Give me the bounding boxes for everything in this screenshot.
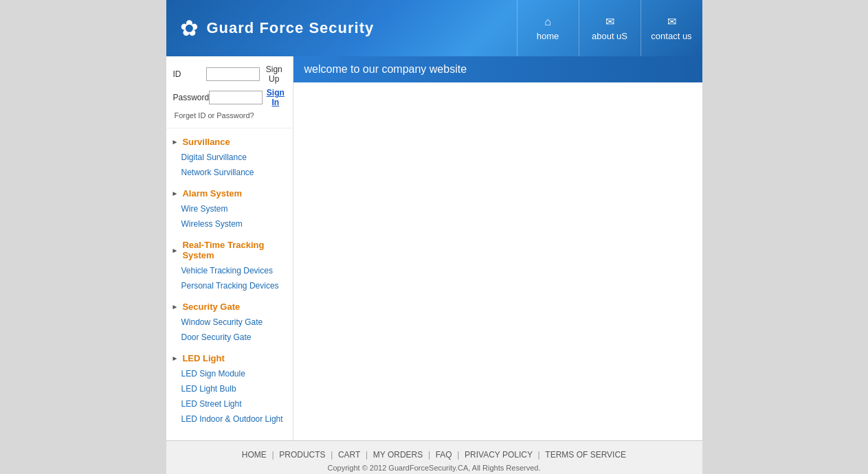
- category-tracking-label: Real-Time Tracking System: [182, 240, 287, 260]
- nav-home-label: home: [537, 31, 559, 41]
- category-survillance-header[interactable]: ► Survillance: [166, 134, 293, 150]
- chevron-right-icon-3: ►: [172, 247, 179, 254]
- sidebar-item-personal-tracking[interactable]: Personal Tracking Devices: [166, 278, 293, 293]
- category-led-light-label: LED Light: [182, 353, 224, 363]
- nav-contact-label: contact us: [651, 31, 691, 41]
- sidebar-item-network-survillance[interactable]: Network Survillance: [166, 165, 293, 180]
- sidebar-item-led-indoor-outdoor[interactable]: LED Indoor & Outdoor Light: [166, 411, 293, 427]
- password-input[interactable]: [209, 91, 263, 104]
- footer-link-my-orders[interactable]: MY ORDERS: [373, 450, 423, 460]
- footer-link-cart[interactable]: CART: [338, 450, 360, 460]
- sidebar-item-led-sign-module[interactable]: LED Sign Module: [166, 366, 293, 381]
- content-title: welcome to our company website: [304, 63, 467, 75]
- footer-sep-4: |: [428, 450, 430, 460]
- sidebar: ID Sign Up Password Sign In Forget ID or…: [166, 56, 293, 440]
- category-security-gate: ► Security Gate Window Security Gate Doo…: [166, 299, 293, 345]
- content-body: [293, 82, 702, 398]
- forget-link[interactable]: Forget ID or Password?: [173, 111, 286, 120]
- category-security-gate-label: Security Gate: [182, 302, 240, 312]
- footer-link-faq[interactable]: FAQ: [436, 450, 452, 460]
- category-alarm-header[interactable]: ► Alarm System: [166, 185, 293, 201]
- footer-sep-2: |: [331, 450, 333, 460]
- site-title: Guard Force Security: [207, 19, 375, 37]
- login-form: ID Sign Up Password Sign In Forget ID or…: [166, 56, 293, 128]
- category-survillance-label: Survillance: [182, 137, 230, 147]
- password-label: Password: [173, 93, 210, 102]
- sidebar-item-vehicle-tracking[interactable]: Vehicle Tracking Devices: [166, 263, 293, 278]
- contact-icon: ✉: [667, 15, 676, 28]
- footer-sep-3: |: [366, 450, 368, 460]
- sidebar-menu: ► Survillance Digital Survillance Networ…: [166, 134, 293, 427]
- footer-nav: HOME | PRODUCTS | CART | MY ORDERS | FAQ…: [175, 449, 694, 460]
- sidebar-item-wire-system[interactable]: Wire System: [166, 201, 293, 216]
- main-area: ID Sign Up Password Sign In Forget ID or…: [166, 56, 702, 440]
- footer-copyright: Copyright © 2012 GuardForceSecurity.CA, …: [175, 464, 694, 472]
- content-area: welcome to our company website: [293, 56, 702, 440]
- signup-button[interactable]: Sign Up: [263, 65, 285, 84]
- footer-link-products[interactable]: PRODUCTS: [279, 450, 325, 460]
- footer-link-home[interactable]: HOME: [242, 450, 267, 460]
- nav-home[interactable]: ⌂ home: [517, 0, 579, 56]
- category-led-light: ► LED Light LED Sign Module LED Light Bu…: [166, 350, 293, 427]
- nav-contact[interactable]: ✉ contact us: [641, 0, 702, 56]
- sidebar-item-digital-survillance[interactable]: Digital Survillance: [166, 150, 293, 165]
- sidebar-item-led-street-light[interactable]: LED Street Light: [166, 396, 293, 411]
- chevron-right-icon: ►: [172, 138, 179, 146]
- chevron-right-icon-5: ►: [172, 354, 179, 362]
- category-security-gate-header[interactable]: ► Security Gate: [166, 299, 293, 315]
- category-tracking: ► Real-Time Tracking System Vehicle Trac…: [166, 237, 293, 293]
- sidebar-item-wireless-system[interactable]: Wireless System: [166, 216, 293, 232]
- nav-about[interactable]: ✉ about uS: [579, 0, 641, 56]
- footer-sep-1: |: [271, 450, 274, 460]
- home-icon: ⌂: [544, 16, 551, 28]
- footer-link-privacy[interactable]: PRIVACY POLICY: [465, 450, 533, 460]
- footer-sep-6: |: [538, 450, 540, 460]
- id-input[interactable]: [206, 67, 260, 81]
- signin-button[interactable]: Sign In: [265, 88, 285, 107]
- site-header: ✿ Guard Force Security ⌂ home ✉ about uS…: [166, 0, 702, 56]
- id-row: ID Sign Up: [173, 65, 286, 84]
- sidebar-item-window-security-gate[interactable]: Window Security Gate: [166, 315, 293, 330]
- content-header: welcome to our company website: [293, 56, 702, 82]
- footer-sep-5: |: [457, 450, 459, 460]
- password-row: Password Sign In: [173, 88, 286, 107]
- footer-link-terms[interactable]: TERMS OF SERVICE: [545, 450, 626, 460]
- logo-area: ✿ Guard Force Security: [166, 15, 517, 41]
- sidebar-item-led-light-bulb[interactable]: LED Light Bulb: [166, 381, 293, 396]
- id-label: ID: [173, 69, 207, 79]
- category-survillance: ► Survillance Digital Survillance Networ…: [166, 134, 293, 180]
- category-alarm-label: Alarm System: [182, 188, 242, 199]
- logo-icon: ✿: [180, 15, 199, 41]
- category-alarm: ► Alarm System Wire System Wireless Syst…: [166, 185, 293, 232]
- about-icon: ✉: [605, 15, 614, 28]
- category-led-light-header[interactable]: ► LED Light: [166, 350, 293, 366]
- sidebar-item-door-security-gate[interactable]: Door Security Gate: [166, 330, 293, 345]
- footer: HOME | PRODUCTS | CART | MY ORDERS | FAQ…: [166, 440, 702, 474]
- category-tracking-header[interactable]: ► Real-Time Tracking System: [166, 237, 293, 263]
- nav-about-label: about uS: [592, 31, 627, 41]
- header-nav: ⌂ home ✉ about uS ✉ contact us: [517, 0, 702, 56]
- chevron-right-icon-4: ►: [172, 303, 179, 311]
- chevron-right-icon-2: ►: [172, 190, 179, 197]
